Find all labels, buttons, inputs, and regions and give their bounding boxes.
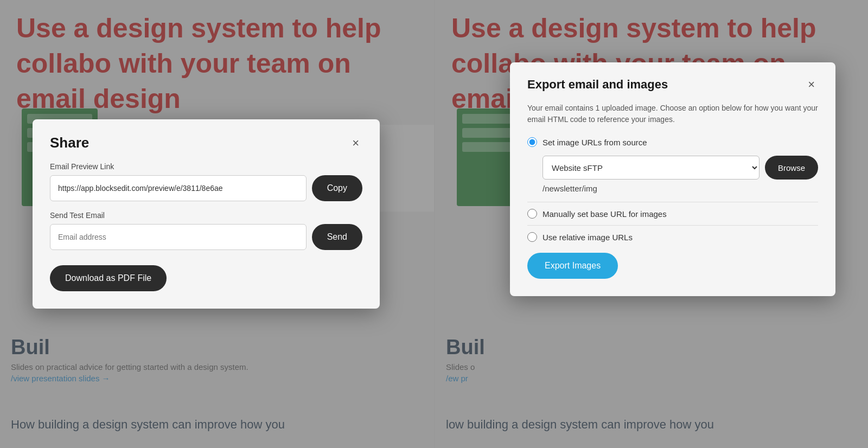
share-dialog-title: Share (50, 135, 89, 151)
download-pdf-button[interactable]: Download as PDF File (50, 265, 167, 291)
sftp-select-row: Website sFTP Amazon S3 Custom URL Browse (542, 156, 818, 180)
option2-row: Manually set base URL for images (527, 209, 818, 219)
email-address-input[interactable] (50, 224, 307, 250)
export-images-button[interactable]: Export Images (527, 253, 618, 279)
divider-1 (527, 202, 818, 202)
send-test-label: Send Test Email (50, 211, 362, 220)
share-dialog: Share × Email Preview Link Copy Send Tes… (33, 119, 380, 309)
send-button[interactable]: Send (312, 224, 362, 250)
export-dialog-title: Export email and images (527, 78, 668, 92)
export-description: Your email contains 1 uploaded image. Ch… (527, 103, 818, 125)
option1-label[interactable]: Set image URLs from source (542, 138, 647, 147)
browse-button[interactable]: Browse (765, 156, 818, 180)
divider-2 (527, 225, 818, 226)
option2-label[interactable]: Manually set base URL for images (542, 209, 667, 219)
share-close-button[interactable]: × (349, 136, 362, 150)
sftp-select[interactable]: Website sFTP Amazon S3 Custom URL (542, 156, 760, 180)
option2-radio[interactable] (527, 209, 537, 219)
preview-link-row: Copy (50, 175, 362, 201)
share-dialog-header: Share × (50, 135, 362, 151)
option3-radio[interactable] (527, 232, 537, 242)
path-text: /newsletter/img (542, 184, 818, 193)
export-dialog-header: Export email and images × (527, 78, 818, 92)
option1-row: Set image URLs from source (527, 137, 818, 147)
option3-label[interactable]: Use relative image URLs (542, 233, 633, 242)
right-panel: Use a design system to help collabo with… (434, 0, 868, 448)
preview-url-input[interactable] (50, 175, 307, 201)
option3-row: Use relative image URLs (527, 232, 818, 242)
copy-button[interactable]: Copy (312, 175, 362, 201)
preview-link-label: Email Preview Link (50, 162, 362, 171)
export-dialog: Export email and images × Your email con… (510, 62, 835, 296)
option1-radio[interactable] (527, 137, 537, 147)
send-test-row: Send (50, 224, 362, 250)
left-panel: Use a design system to help collabo with… (0, 0, 434, 448)
export-close-button[interactable]: × (805, 78, 818, 92)
